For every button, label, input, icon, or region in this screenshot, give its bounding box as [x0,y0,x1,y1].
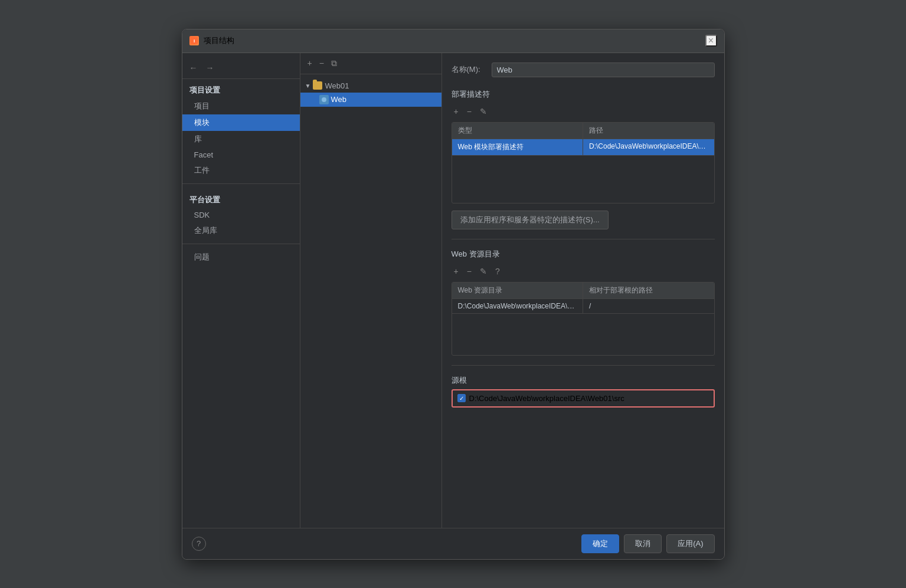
source-root-path: D:\Code\JavaWeb\workplaceIDEA\Web01\src [469,394,624,403]
nav-toolbar: ← → [182,58,300,79]
web-resources-table: Web 资源目录 相对于部署根的路径 D:\Code\JavaWeb\workp… [452,282,715,356]
source-root-title: 源根 [452,375,715,386]
nav-item-library[interactable]: 库 [182,131,300,147]
web-add-button[interactable]: + [452,265,461,277]
name-input[interactable] [492,63,715,77]
deployment-row1-col2: D:\Code\JavaWeb\workplaceIDEA\Web01\web\… [583,139,714,155]
forward-button[interactable]: → [204,62,217,74]
tree-copy-button[interactable]: ⧉ [329,57,339,70]
platform-settings-header: 平台设置 [182,189,300,208]
folder-icon [313,81,322,90]
detail-panel: 名称(M): 部署描述符 + − ✎ 类型 路径 [442,53,724,528]
deployment-table-empty [452,156,714,203]
tree-add-button[interactable]: + [305,57,315,69]
deployment-add-button[interactable]: + [452,106,461,117]
tree-toolbar: + − ⧉ [300,53,441,74]
deployment-col1-header: 类型 [452,123,584,139]
tree-remove-button[interactable]: − [317,57,326,69]
web-remove-button[interactable]: − [465,265,474,277]
back-button[interactable]: ← [187,62,200,74]
title-bar: I 项目结构 × [182,29,724,53]
web-col1-header: Web 资源目录 [452,282,584,298]
deployment-toolbar: + − ✎ [452,103,715,120]
web-resources-table-header: Web 资源目录 相对于部署根的路径 [452,282,714,299]
deployment-col2-header: 路径 [583,123,714,139]
table-row[interactable]: D:\Code\JavaWeb\workplaceIDEA\Web01\web … [452,299,714,314]
tree-root-item[interactable]: ▼ Web01 [300,79,441,93]
apply-button[interactable]: 应用(A) [666,534,714,553]
deployment-remove-button[interactable]: − [465,106,474,117]
content-area: ← → 项目设置 项目 模块 库 Facet 工件 平台设置 SDK 全局库 问… [182,53,724,528]
footer: ? 确定 取消 应用(A) [182,528,724,559]
nav-item-artifact[interactable]: 工件 [182,162,300,179]
divider-1 [182,183,300,184]
deployment-table-header: 类型 路径 [452,123,714,139]
name-field-row: 名称(M): [452,63,715,77]
table-row[interactable]: Web 模块部署描述符 D:\Code\JavaWeb\workplaceIDE… [452,139,714,156]
title-bar-left: I 项目结构 [189,35,234,46]
source-root-section: 源根 D:\Code\JavaWeb\workplaceIDEA\Web01\s… [452,365,715,408]
tree-child-label: Web [331,95,347,104]
divider-2 [182,244,300,244]
web-resources-title: Web 资源目录 [452,249,715,259]
web-row1-col2: / [583,299,714,313]
web-help-button[interactable]: ? [493,265,502,277]
name-label: 名称(M): [452,64,487,75]
tree-panel: + − ⧉ ▼ Web01 Web [300,53,442,528]
web-col2-header: 相对于部署根的路径 [583,282,714,298]
nav-item-sdk[interactable]: SDK [182,208,300,222]
source-root-checkbox[interactable] [457,394,466,402]
web-edit-button[interactable]: ✎ [477,265,489,277]
tree-root-label: Web01 [325,81,349,90]
sidebar: ← → 项目设置 项目 模块 库 Facet 工件 平台设置 SDK 全局库 问… [182,53,300,528]
web-resources-toolbar: + − ✎ ? [452,263,715,280]
deployment-section-title: 部署描述符 [452,89,715,100]
nav-item-global-library[interactable]: 全局库 [182,222,300,239]
nav-item-project[interactable]: 项目 [182,98,300,114]
deployment-edit-button[interactable]: ✎ [477,106,489,117]
web-row1-col1: D:\Code\JavaWeb\workplaceIDEA\Web01\web [452,299,584,313]
nav-item-facet[interactable]: Facet [182,147,300,162]
tree-content: ▼ Web01 Web [300,74,441,528]
svg-text:I: I [193,38,194,44]
source-root-row[interactable]: D:\Code\JavaWeb\workplaceIDEA\Web01\src [452,389,715,408]
cancel-button[interactable]: 取消 [624,534,662,553]
help-button[interactable]: ? [192,537,206,551]
dialog-title: 项目结构 [204,35,234,46]
deployment-section: 部署描述符 + − ✎ 类型 路径 Web 模块部署描述符 D:\Cod [452,87,715,229]
web-resources-section: Web 资源目录 + − ✎ ? Web 资源目录 相对于部署根的路径 [452,239,715,356]
nav-item-module[interactable]: 模块 [182,114,300,131]
close-button[interactable]: × [705,35,717,47]
nav-item-problems[interactable]: 问题 [182,249,300,265]
deployment-table: 类型 路径 Web 模块部署描述符 D:\Code\JavaWeb\workpl… [452,122,715,203]
deployment-row1-col1: Web 模块部署描述符 [452,139,584,155]
project-settings-header: 项目设置 [182,79,300,98]
project-structure-dialog: I 项目结构 × ← → 项目设置 项目 模块 库 Facet 工件 [182,29,725,560]
app-icon: I [189,36,199,45]
module-icon [319,95,329,104]
web-table-empty [452,314,714,355]
add-descriptor-button[interactable]: 添加应用程序和服务器特定的描述符(S)... [452,211,609,229]
ok-button[interactable]: 确定 [581,534,619,553]
tree-child-item[interactable]: Web [300,93,441,107]
chevron-down-icon: ▼ [305,83,311,89]
